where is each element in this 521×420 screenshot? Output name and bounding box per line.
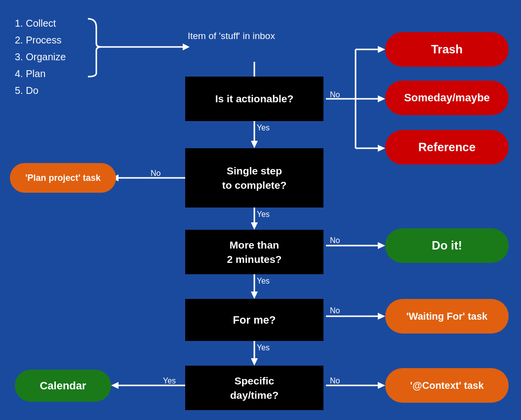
svg-marker-5: [251, 141, 258, 148]
svg-marker-11: [251, 358, 258, 366]
no-label-actionable: No: [330, 90, 340, 99]
no-label-specific-day: No: [330, 377, 340, 385]
yes-label-single-step: Yes: [257, 210, 270, 219]
inbox-label: Item of 'stuff' in inbox: [188, 31, 275, 42]
context-task-pill: '@Context' task: [385, 368, 509, 403]
list-item: 3. Organize: [15, 48, 66, 65]
no-label-for-me: No: [330, 306, 340, 315]
svg-marker-15: [378, 46, 385, 53]
no-label-two-minutes: No: [330, 236, 340, 245]
svg-marker-25: [378, 313, 385, 320]
trash-pill: Trash: [385, 32, 509, 67]
two-minutes-box: More than 2 minutes?: [185, 230, 323, 274]
list-item: 5. Do: [15, 82, 66, 99]
actionable-box: Is it actionable?: [185, 77, 323, 121]
specific-day-box: Specific day/time?: [185, 366, 323, 410]
waiting-for-pill: 'Waiting For' task: [385, 299, 509, 334]
yes-label-for-me: Yes: [257, 343, 270, 352]
svg-marker-7: [251, 222, 258, 230]
for-me-box: For me?: [185, 299, 323, 341]
calendar-pill: Calendar: [15, 370, 111, 402]
yes-label-two-minutes: Yes: [257, 277, 270, 286]
do-it-pill: Do it!: [385, 228, 509, 263]
svg-marker-23: [378, 242, 385, 249]
yes-label-specific-day: Yes: [163, 377, 176, 385]
plan-project-pill: 'Plan project' task: [10, 163, 116, 193]
svg-marker-29: [111, 382, 119, 389]
svg-marker-1: [183, 43, 190, 50]
svg-marker-19: [378, 145, 385, 152]
single-step-box: Single step to complete?: [185, 148, 323, 208]
reference-pill: Reference: [385, 130, 509, 165]
svg-marker-9: [251, 292, 258, 299]
svg-marker-27: [378, 382, 385, 389]
someday-pill: Someday/maybe: [385, 81, 509, 115]
list-item: 2. Process: [15, 32, 66, 48]
yes-label-actionable: Yes: [257, 124, 270, 132]
list-item: 4. Plan: [15, 65, 66, 82]
list-item: 1. Collect: [15, 15, 66, 32]
no-label-single-step: No: [151, 169, 160, 178]
gtd-steps-list: 1. Collect 2. Process 3. Organize 4. Pla…: [15, 15, 66, 99]
svg-marker-17: [378, 95, 385, 102]
